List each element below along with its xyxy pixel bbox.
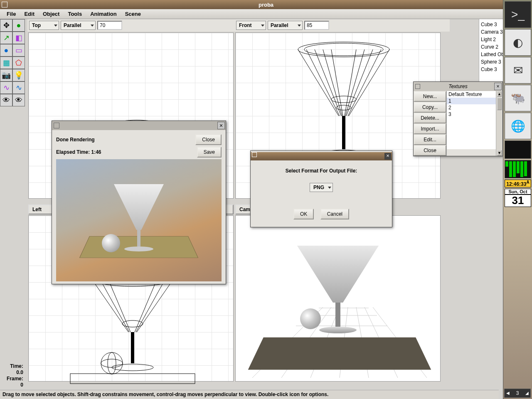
camera-tool-icon[interactable]: 📷 [0, 69, 12, 81]
mesh-tool-icon[interactable]: ▦ [0, 57, 12, 69]
time-label: Time: [0, 363, 23, 369]
menubar: File Edit Object Tools Animation Scene [0, 9, 532, 19]
list-item[interactable]: 2 [447, 104, 496, 111]
camera-viewport[interactable] [235, 215, 441, 382]
format-prompt-label: Select Format For Output File: [258, 168, 384, 174]
format-cancel-button[interactable]: Cancel [320, 209, 349, 219]
svg-point-13 [112, 364, 153, 371]
menu-animation[interactable]: Animation [86, 11, 121, 17]
render-dialog: × Done Rendering Close Elapsed Time: 1:4… [52, 121, 226, 284]
move-tool-icon[interactable]: ✥ [0, 19, 12, 32]
cube-primitive-icon[interactable]: ◧ [12, 32, 25, 44]
svg-rect-8 [342, 116, 345, 149]
svg-point-5 [304, 43, 383, 56]
top-zoom-field[interactable]: 70 [97, 21, 122, 30]
menu-file[interactable]: File [2, 11, 20, 17]
svg-point-16 [108, 352, 116, 374]
eye-move-tool-icon[interactable]: 👁 [0, 94, 12, 106]
front-zoom-field[interactable]: 85 [304, 21, 329, 30]
desktop-dock: >_ ◐ ✉ 🐃 🌐 12:46:33A Sun, Oct 31 ◀ 3 ◢ [503, 0, 532, 399]
render-elapsed-label: Elapsed Time: 1:46 [56, 149, 101, 155]
textures-copy-button[interactable]: Copy... [414, 102, 446, 113]
terminal-dock-icon[interactable]: >_ [505, 1, 531, 28]
render-dialog-close-icon[interactable]: × [217, 122, 225, 129]
front-projection-select[interactable]: Parallel [268, 21, 303, 30]
textures-import-button[interactable]: Import... [414, 123, 446, 134]
curve2-tool-icon[interactable]: ∿ [12, 81, 25, 94]
workspace-pager[interactable]: ◀ 3 ◢ [504, 389, 531, 398]
box-tool-icon[interactable]: ▭ [12, 44, 25, 57]
svg-point-15 [101, 359, 123, 367]
render-close-button[interactable]: Close [195, 134, 222, 145]
mail-dock-icon[interactable]: ✉ [505, 57, 531, 84]
svg-point-14 [101, 352, 123, 374]
clock: 12:46:33A [505, 180, 531, 187]
front-view-select[interactable]: Front [236, 21, 266, 30]
svg-point-6 [331, 96, 356, 103]
menu-tools[interactable]: Tools [64, 11, 86, 17]
top-view-select[interactable]: Top [29, 21, 59, 30]
app-dock-icon[interactable]: ◐ [505, 29, 531, 56]
light-tool-icon[interactable]: 💡 [12, 69, 25, 81]
top-projection-select[interactable]: Parallel [61, 21, 96, 30]
textures-close-button[interactable]: Close [414, 145, 446, 156]
textures-edit-button[interactable]: Edit... [414, 134, 446, 145]
list-item[interactable]: 3 [447, 111, 496, 118]
scroll-up-icon[interactable]: ▲ [497, 91, 502, 97]
list-item[interactable]: 1 [447, 98, 496, 104]
textures-close-icon[interactable]: × [494, 83, 502, 90]
textures-new-button[interactable]: New... [414, 91, 446, 102]
save-format-dialog: × Select Format For Output File: PNG OK … [250, 150, 392, 227]
frame-value: 0 [0, 382, 23, 388]
scroll-thumb[interactable] [497, 98, 502, 110]
curve-tool-icon[interactable]: ∿ [0, 81, 12, 94]
format-dialog-menu-icon[interactable] [252, 152, 257, 157]
eye-rotate-tool-icon[interactable]: 👁 [12, 94, 25, 106]
status-bar: Drag to move selected objects. Shift-dra… [0, 390, 499, 399]
gnu-dock-icon[interactable]: 🐃 [505, 85, 531, 111]
textures-menu-icon[interactable] [415, 84, 420, 89]
tool-palette: ✥ ● ↗ ◧ ● ▭ ▦ ⬠ 📷 💡 ∿ ∿ 👁 👁 [0, 19, 26, 106]
menu-scene[interactable]: Scene [121, 11, 145, 17]
rotate-tool-icon[interactable]: ↗ [0, 32, 12, 44]
sphere-primitive-icon[interactable]: ● [12, 19, 25, 32]
viewport-controls: Top Parallel 70 Front Parallel 85 [27, 19, 450, 32]
render-done-label: Done Rendering [56, 137, 95, 143]
format-select[interactable]: PNG [310, 183, 333, 192]
svg-point-11 [122, 320, 143, 327]
textures-scrollbar[interactable]: ▲ ▼ [496, 91, 502, 156]
polygon-tool-icon[interactable]: ⬠ [12, 57, 25, 69]
globe-dock-icon[interactable]: 🌐 [505, 113, 531, 139]
time-value: 0.0 [0, 369, 23, 376]
time-frame-panel: Time: 0.0 Frame: 0 [0, 363, 26, 388]
menu-object[interactable]: Object [39, 11, 64, 17]
window-menu-icon[interactable] [2, 2, 7, 7]
textures-title: Textures [448, 84, 468, 89]
format-ok-button[interactable]: OK [293, 209, 314, 219]
menu-edit[interactable]: Edit [20, 11, 39, 17]
ball-tool-icon[interactable]: ● [0, 44, 12, 57]
audio-meters-icon[interactable] [505, 160, 531, 178]
textures-dialog: Textures × New... Copy... Delete... Impo… [413, 81, 503, 156]
window-title: proba [259, 2, 273, 8]
svg-point-4 [298, 42, 389, 57]
list-item[interactable]: Default Texture [447, 91, 496, 98]
svg-rect-12 [131, 332, 134, 363]
system-meters-icon[interactable] [505, 140, 531, 159]
frame-label: Frame: [0, 376, 23, 382]
render-preview-image [56, 159, 222, 281]
calendar-date: 31 [505, 195, 531, 207]
svg-point-7 [336, 105, 351, 110]
textures-list[interactable]: Default Texture 1 2 3 [447, 91, 496, 149]
main-titlebar: proba × [0, 0, 532, 9]
render-dialog-menu-icon[interactable] [54, 123, 59, 128]
calendar-day: Sun, Oct [505, 189, 531, 195]
render-save-button[interactable]: Save [197, 147, 222, 158]
scroll-down-icon[interactable]: ▼ [497, 150, 502, 156]
textures-delete-button[interactable]: Delete... [414, 113, 446, 123]
format-dialog-close-icon[interactable]: × [384, 153, 391, 160]
svg-rect-17 [70, 374, 195, 384]
